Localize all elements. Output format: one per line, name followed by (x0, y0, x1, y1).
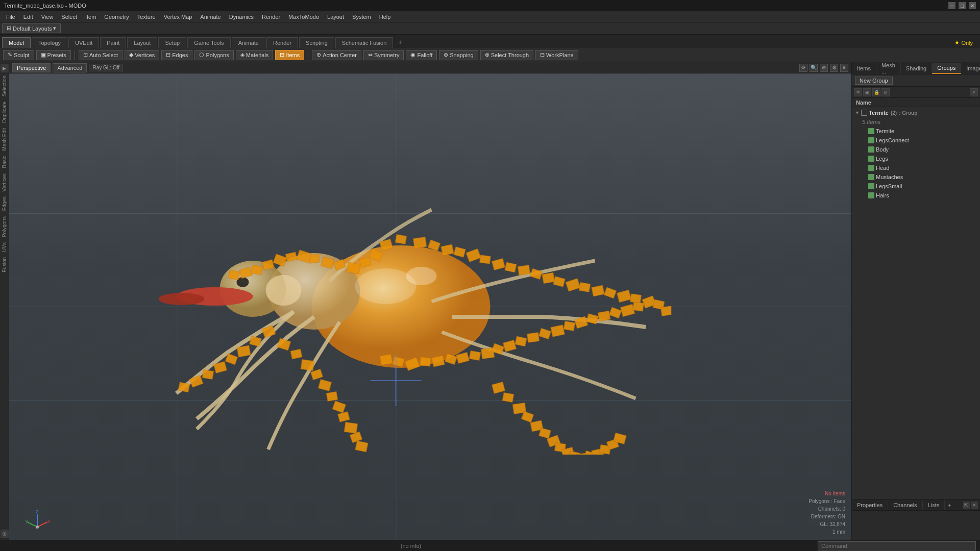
select-through-label: Select Through (491, 52, 529, 58)
tab-render[interactable]: Render (266, 37, 298, 48)
viewport-canvas[interactable]: No Items Polygons : Face Channels: 0 Def… (9, 73, 851, 540)
rb-tab-lists[interactable]: Lists (923, 500, 945, 510)
svg-rect-79 (332, 401, 346, 413)
close-button[interactable]: ✕ (969, 2, 976, 9)
sculpt-bar: ✎ Sculpt ▣ Presets ⊡ Auto Select ◆ Verti… (0, 48, 980, 62)
edges-button[interactable]: ⊟ Edges (161, 50, 192, 60)
minimize-button[interactable]: ─ (948, 2, 955, 9)
groups-tree[interactable]: ▼ Termite (2) : Group 5 Items Termite (852, 107, 980, 499)
svg-point-101 (406, 267, 437, 285)
rb-tab-properties[interactable]: Properties (852, 500, 888, 510)
menu-vertex-map[interactable]: Vertex Map (160, 13, 197, 21)
tree-item-head[interactable]: Head (852, 163, 980, 172)
viewport-settings-icon[interactable]: ⚙ (830, 64, 838, 72)
menu-render[interactable]: Render (258, 13, 284, 21)
viewport-refresh-icon[interactable]: ⟳ (799, 64, 807, 72)
tree-expand-root[interactable]: ▼ (855, 110, 860, 115)
tab-add-button[interactable]: + (394, 36, 406, 48)
tab-paint[interactable]: Paint (100, 37, 126, 48)
viewport-tab-perspective[interactable]: Perspective (12, 63, 51, 72)
menu-maxtomodo[interactable]: MaxToModo (284, 13, 323, 21)
menu-system[interactable]: System (348, 13, 375, 21)
select-through-button[interactable]: ⊚ Select Through (480, 50, 533, 60)
tree-item-legssmall[interactable]: LegsSmall (852, 182, 980, 191)
presets-button[interactable]: ▣ Presets (36, 50, 71, 60)
viewport-tab-advanced[interactable]: Advanced (53, 63, 87, 72)
polygons-button[interactable]: ⬡ Polygons (194, 50, 233, 60)
falloff-button[interactable]: ◉ Falloff (406, 50, 437, 60)
tree-item-root[interactable]: ▼ Termite (2) : Group (852, 108, 980, 117)
groups-lock-icon[interactable]: 🔒 (872, 88, 880, 96)
tree-item-hairs[interactable]: Hairs (852, 191, 980, 200)
menu-geometry[interactable]: Geometry (100, 13, 133, 21)
groups-render-icon[interactable]: ◉ (863, 88, 871, 96)
right-tab-shading[interactable]: Shading (901, 63, 932, 73)
workplane-button[interactable]: ⊟ WorkPlane (535, 50, 578, 60)
rb-settings-icon[interactable]: ✕ (971, 502, 978, 509)
viewport-zoom-in-icon[interactable]: 🔍 (810, 64, 818, 72)
items-button[interactable]: ⊞ Items (275, 50, 304, 60)
menu-dynamics[interactable]: Dynamics (225, 13, 258, 21)
tab-scripting[interactable]: Scripting (299, 37, 334, 48)
vertices-button[interactable]: ◆ Vertices (125, 50, 159, 60)
items-label: Items (286, 52, 300, 58)
menu-view[interactable]: View (37, 13, 58, 21)
viewport-options-icon[interactable]: ≡ (840, 64, 848, 72)
tab-topology[interactable]: Topology (32, 37, 67, 48)
right-tab-images[interactable]: Images (961, 63, 980, 73)
sculpt-button[interactable]: ✎ Sculpt (3, 50, 34, 60)
menu-file[interactable]: File (2, 13, 19, 21)
tab-model[interactable]: Model (2, 37, 31, 48)
default-layouts-button[interactable]: ⊞ Default Layouts ▾ (2, 23, 61, 33)
menu-help[interactable]: Help (375, 13, 395, 21)
tab-schematic-fusion[interactable]: Schematic Fusion (335, 37, 393, 48)
tree-item-body[interactable]: Body (852, 145, 980, 154)
svg-rect-19 (542, 272, 555, 284)
tree-item-legsconnect[interactable]: LegsConnect (852, 136, 980, 145)
svg-rect-55 (527, 333, 539, 343)
menu-animate[interactable]: Animate (196, 13, 225, 21)
snapping-button[interactable]: ⊛ Snapping (439, 50, 478, 60)
left-label-fusion: Fusion (1, 255, 8, 274)
status-channels: Channels: 0 (808, 505, 845, 513)
snapping-icon: ⊛ (444, 52, 448, 58)
materials-button[interactable]: ◈ Materials (236, 50, 274, 60)
new-group-button[interactable]: New Group (855, 77, 893, 85)
menu-select[interactable]: Select (57, 13, 81, 21)
tree-item-mustaches[interactable]: Mustaches (852, 172, 980, 182)
menu-layout[interactable]: Layout (323, 13, 348, 21)
right-tab-items[interactable]: Items (852, 63, 876, 73)
left-label-vertices: Vertices (1, 171, 8, 194)
termite-model (136, 159, 672, 455)
groups-visible-icon[interactable]: 👁 (854, 88, 862, 96)
auto-select-button[interactable]: ⊡ Auto Select (79, 50, 122, 60)
tab-game-tools[interactable]: Game Tools (187, 37, 231, 48)
viewport-zoom-out-icon[interactable]: ⊕ (820, 64, 828, 72)
axis-indicator: X Y Z (24, 509, 45, 530)
viewport-raygl-button[interactable]: Ray GL: Off (89, 64, 123, 71)
tab-animate[interactable]: Animate (232, 37, 265, 48)
command-input[interactable] (818, 541, 976, 550)
menu-edit[interactable]: Edit (19, 13, 37, 21)
left-tool-btn-1[interactable]: ▶ (1, 64, 9, 72)
tab-setup[interactable]: Setup (158, 37, 186, 48)
status-polygons: Polygons : Face (808, 497, 845, 505)
right-tab-groups[interactable]: Groups (932, 63, 961, 74)
tab-uvedit[interactable]: UVEdit (68, 37, 99, 48)
left-tool-btn-bottom[interactable]: ◎ (1, 530, 9, 538)
tab-layout[interactable]: Layout (127, 37, 157, 48)
menu-item[interactable]: Item (81, 13, 100, 21)
menu-texture[interactable]: Texture (133, 13, 160, 21)
groups-delete-icon[interactable]: ✕ (970, 88, 978, 96)
rb-expand-icon[interactable]: ⇱ (963, 502, 970, 509)
tree-item-legs[interactable]: Legs (852, 154, 980, 163)
maximize-button[interactable]: □ (959, 2, 966, 9)
left-label-polygons: Polygons (1, 214, 8, 239)
action-center-button[interactable]: ⊕ Action Center (312, 50, 361, 60)
rb-tab-channels[interactable]: Channels (888, 500, 922, 510)
tree-item-termite[interactable]: Termite (852, 127, 980, 136)
rb-tab-add-button[interactable]: + (945, 500, 954, 510)
svg-rect-49 (456, 352, 470, 363)
groups-solo-icon[interactable]: ⊙ (881, 88, 890, 96)
symmetry-button[interactable]: ⇔ Symmetry (363, 50, 404, 60)
